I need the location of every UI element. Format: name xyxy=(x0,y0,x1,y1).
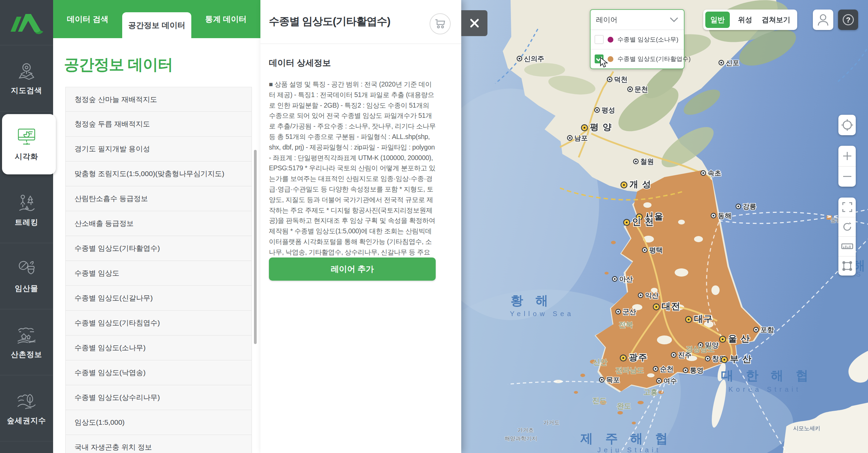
close-button[interactable] xyxy=(461,10,487,36)
svg-text:남포: 남포 xyxy=(574,134,588,142)
svg-text:덕천: 덕천 xyxy=(614,76,628,83)
tab-spatial-data[interactable]: 공간정보 데이터 xyxy=(122,12,191,38)
map-search-icon xyxy=(17,61,36,81)
sidebar-item-visualization[interactable]: 시각화 xyxy=(0,111,53,177)
svg-text:포항: 포항 xyxy=(760,326,774,333)
sidebar-item-label: 임산물 xyxy=(15,283,38,294)
map-label: S xyxy=(856,270,864,278)
svg-text:신안: 신안 xyxy=(593,358,607,366)
sidebar-item-forest-products[interactable]: 임산물 xyxy=(0,243,53,309)
svg-text:울 산: 울 산 xyxy=(728,333,750,344)
profile-button[interactable] xyxy=(813,10,833,30)
svg-text:철원: 철원 xyxy=(640,158,654,165)
svg-text:전북: 전북 xyxy=(619,321,633,328)
basemap-overlay-button[interactable]: 겹쳐보기 xyxy=(762,15,790,25)
list-item[interactable]: 맞춤형 조림지도(1:5,000)(맞춤형나무심기지도) xyxy=(65,161,252,186)
list-item[interactable]: 수종별 임상도(낙엽송) xyxy=(65,360,252,385)
map-label: 대 한 해 협 xyxy=(721,369,813,382)
detail-description: ■ 상품 설명 및 특징 - 공간 범위 : 전국 (2020년 기준 데이터 … xyxy=(269,79,436,268)
list-item[interactable]: 국내 자생곤충 위치 정보 xyxy=(65,435,252,453)
svg-text:S: S xyxy=(856,270,864,278)
svg-text:제 주 해 협: 제 주 해 협 xyxy=(580,432,672,446)
list-item[interactable]: 산소배출 등급정보 xyxy=(65,211,252,236)
list-item[interactable]: 산림탄소흡수 등급정보 xyxy=(65,186,252,211)
list-item[interactable]: 수종별 임상도(기타활엽수) xyxy=(65,236,252,261)
app-logo[interactable] xyxy=(0,0,53,45)
layer-row-label: 수종별 임상도(기타활엽수) xyxy=(617,55,691,63)
tab-statistics-data[interactable]: 통계 데이터 xyxy=(191,0,260,38)
map-tool-group xyxy=(838,198,856,276)
svg-text:시모노세키: 시모노세키 xyxy=(793,425,820,431)
map-label: 경상남도 xyxy=(686,345,714,353)
svg-text:평택: 평택 xyxy=(649,246,663,254)
sidebar-item-trekking[interactable]: 트레킹 xyxy=(0,177,53,243)
map-label: 동해 xyxy=(711,212,732,219)
close-icon xyxy=(469,18,480,29)
list-scrollbar[interactable] xyxy=(254,150,257,344)
sidebar-item-forest-index[interactable]: 숲세권지수 xyxy=(0,375,53,441)
svg-text:신의주: 신의주 xyxy=(524,55,544,62)
fullscreen-button[interactable] xyxy=(838,198,856,217)
layer-dropdown-label: 레이어 xyxy=(596,15,617,25)
add-layer-button[interactable]: 레이어 추가 xyxy=(269,257,436,281)
layer-row-label: 수종별 임상도(소나무) xyxy=(617,35,678,44)
sidebar-item-label: 트레킹 xyxy=(15,217,38,228)
svg-text:통영: 통영 xyxy=(690,366,704,374)
list-item[interactable]: 청정숲 두릅 재배적지도 xyxy=(65,112,252,137)
svg-text:대 한 해 협: 대 한 해 협 xyxy=(721,369,813,382)
help-button[interactable]: ? xyxy=(838,10,858,30)
map-label: 고흥 xyxy=(643,388,658,396)
map-label: 여수 xyxy=(657,377,677,385)
list-item[interactable]: 수종별 임상도(상수리나무) xyxy=(65,385,252,410)
locate-button[interactable] xyxy=(838,115,856,135)
map-label: 포항 xyxy=(754,326,774,333)
map-label: 평성 xyxy=(595,106,615,114)
map-label: Jeju Strait xyxy=(597,446,661,453)
basemap-normal-button[interactable]: 일반 xyxy=(705,12,730,28)
forest-products-icon xyxy=(17,259,36,279)
map-label: 목포 xyxy=(599,376,620,384)
sidebar-item-mountain-village[interactable]: 산촌정보 xyxy=(0,309,53,375)
area-select-button[interactable] xyxy=(838,256,856,276)
list-item[interactable]: 경기도 필지개발 용이성 xyxy=(65,137,252,161)
list-item[interactable]: 수종별 임상도(신갈나무) xyxy=(65,286,252,311)
map-label: 통영 xyxy=(683,366,704,374)
basemap-satellite-button[interactable]: 위성 xyxy=(738,15,752,25)
zoom-out-button[interactable] xyxy=(838,167,856,187)
svg-text:순천: 순천 xyxy=(660,365,674,373)
sidebar-item-label: 산촌정보 xyxy=(11,349,42,360)
map-label: 전북 xyxy=(619,321,633,328)
fullscreen-icon xyxy=(842,202,852,212)
measure-button[interactable] xyxy=(838,237,856,256)
checkbox-unchecked[interactable] xyxy=(595,35,604,44)
app-window: 신의주신포덕천문천평성평 양남포철원개 성속초강릉동해서울인 천평택아산대전군산… xyxy=(0,0,868,453)
map-label: 제 주 해 협 xyxy=(580,432,672,446)
svg-text:대전: 대전 xyxy=(662,301,681,311)
svg-text:Yellow Sea: Yellow Sea xyxy=(510,310,574,317)
list-item[interactable]: 청정숲 산마늘 재배적지도 xyxy=(65,87,252,112)
svg-text:전라남도: 전라남도 xyxy=(615,366,644,374)
list-item[interactable]: 수종별 임상도 xyxy=(65,261,252,286)
tab-data-search[interactable]: 데이터 검색 xyxy=(53,0,122,38)
svg-text:평성: 평성 xyxy=(601,106,615,114)
list-item[interactable]: 수종별 임상도(소나무) xyxy=(65,335,252,360)
map-label: 아산 xyxy=(612,275,633,283)
map-label: 완도 xyxy=(617,402,631,410)
svg-text:인 천: 인 천 xyxy=(632,217,654,227)
divider xyxy=(260,44,461,44)
list-item[interactable]: 수종별 임상도(기타침엽수) xyxy=(65,311,252,335)
map-label: Yellow Sea xyxy=(510,310,574,317)
sidebar-item-map-search[interactable]: 지도검색 xyxy=(0,45,53,111)
svg-text:?: ? xyxy=(846,16,850,24)
layer-dropdown-header[interactable]: 레이어 xyxy=(591,10,684,30)
list-item[interactable]: 임상도(1:5,000) xyxy=(65,410,252,435)
svg-text:대구: 대구 xyxy=(694,314,713,324)
checkbox-checked[interactable] xyxy=(595,54,604,63)
detail-section-title: 데이터 상세정보 xyxy=(269,57,331,68)
svg-text:속초: 속초 xyxy=(708,169,721,177)
cart-button[interactable] xyxy=(430,13,451,34)
refresh-button[interactable] xyxy=(838,217,856,237)
layer-row-pine[interactable]: 수종별 임상도(소나무) xyxy=(591,30,684,49)
layer-row-other-broadleaf[interactable]: 수종별 임상도(기타활엽수) xyxy=(591,49,684,68)
zoom-in-button[interactable] xyxy=(838,146,856,167)
